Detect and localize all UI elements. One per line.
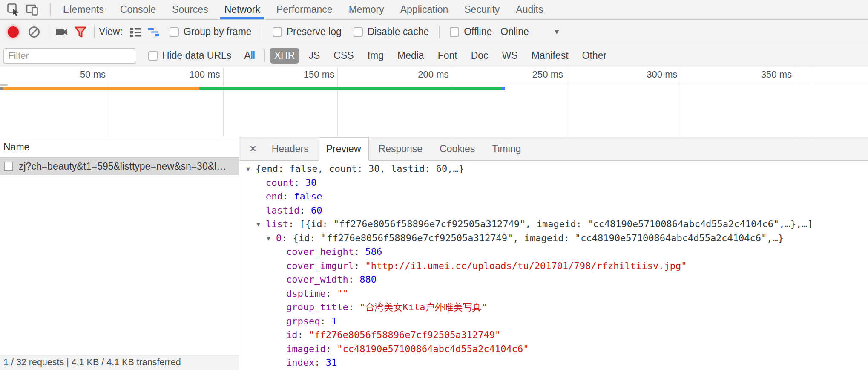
filter-type-xhr[interactable]: XHR <box>270 48 300 64</box>
filter-type-manifest[interactable]: Manifest <box>527 48 573 64</box>
tree-row[interactable]: ▼{end: false, count: 30, lastid: 60,…} <box>239 162 868 176</box>
disclosure-triangle-icon[interactable]: ▼ <box>267 231 276 246</box>
json-text: : <box>326 288 337 299</box>
toolbar-separator <box>50 3 51 16</box>
tree-row[interactable]: ▼id: "ff276e8056f58896e7cf92505a312749" <box>239 328 868 342</box>
json-text: : <box>299 205 311 216</box>
name-column-header[interactable]: Name <box>0 137 239 158</box>
filter-type-font[interactable]: Font <box>433 48 462 64</box>
detail-tab-response[interactable]: Response <box>371 137 430 160</box>
filter-type-all[interactable]: All <box>239 48 260 64</box>
device-toolbar-button[interactable] <box>23 1 42 18</box>
tab-application[interactable]: Application <box>395 0 454 19</box>
chevron-down-icon: ▼ <box>553 28 560 36</box>
json-text: : {id: "ff276e8056f58896e7cf92505a312749… <box>282 233 784 243</box>
json-text: : <box>320 316 331 327</box>
tab-security[interactable]: Security <box>459 0 505 19</box>
throttling-select[interactable]: Online ▼ <box>500 26 560 38</box>
tab-sources[interactable]: Sources <box>167 0 213 19</box>
detail-tab-timing[interactable]: Timing <box>485 137 528 160</box>
request-row[interactable]: zj?ch=beauty&t1=595&listtype=new&sn=30&l… <box>0 158 239 175</box>
devtools-window: ElementsConsoleSourcesNetworkPerformance… <box>0 0 868 370</box>
json-string: "http://i1.umei.cc/uploads/tu/201701/798… <box>365 260 687 271</box>
json-key: lastid <box>266 205 299 216</box>
checkbox-box[interactable] <box>170 27 179 37</box>
tree-row[interactable]: ▼group_title: "台湾美女Kila户外唯美写真" <box>239 301 868 315</box>
group-by-frame-label: Group by frame <box>184 26 252 38</box>
json-text: : <box>298 330 309 340</box>
filter-input[interactable] <box>3 48 136 64</box>
tree-row[interactable]: ▼list: [{id: "ff276e8056f58896e7cf92505a… <box>239 217 868 231</box>
requests-pane: Name zj?ch=beauty&t1=595&listtype=new&sn… <box>0 137 239 370</box>
tree-row[interactable]: ▼dsptime: "" <box>239 287 868 301</box>
tree-row[interactable]: ▼cover_width: 880 <box>239 273 868 287</box>
waterfall-segment-orange <box>3 87 199 90</box>
json-number: 31 <box>326 357 337 368</box>
overview-mini-bar <box>0 84 8 86</box>
detail-tab-preview[interactable]: Preview <box>319 137 369 161</box>
filter-toggle-button[interactable] <box>71 23 90 40</box>
hide-data-urls-checkbox[interactable]: Hide data URLs <box>148 50 231 61</box>
request-checkbox[interactable] <box>4 162 13 171</box>
tree-row[interactable]: ▼0: {id: "ff276e8056f58896e7cf92505a3127… <box>239 231 868 246</box>
tree-row[interactable]: ▼index: 31 <box>239 356 868 370</box>
tree-row[interactable]: ▼lastid: 60 <box>239 204 868 218</box>
tab-elements[interactable]: Elements <box>57 0 109 19</box>
checkbox-box[interactable] <box>450 27 459 37</box>
funnel-filter-icon <box>74 25 87 39</box>
record-button[interactable] <box>8 26 19 38</box>
tree-row[interactable]: ▼grpseq: 1 <box>239 315 868 329</box>
filter-type-doc[interactable]: Doc <box>466 48 493 64</box>
camera-icon <box>54 26 69 38</box>
filter-type-css[interactable]: CSS <box>329 48 358 64</box>
json-key: count <box>266 177 294 188</box>
checkbox-box[interactable] <box>354 27 363 37</box>
preserve-log-checkbox[interactable]: Preserve log <box>273 26 342 38</box>
filter-type-img[interactable]: Img <box>363 48 388 64</box>
detail-tab-cookies[interactable]: Cookies <box>432 137 482 160</box>
tab-audits[interactable]: Audits <box>510 0 549 19</box>
overview-tick: 100 ms <box>109 67 224 137</box>
offline-checkbox[interactable]: Offline <box>450 26 492 38</box>
view-label: View: <box>99 26 123 38</box>
tree-row[interactable]: ▼cover_height: 586 <box>239 245 868 259</box>
json-string: "cc48190e57100864abc4d55a2c4104c6" <box>337 344 529 354</box>
json-text: : <box>354 260 365 271</box>
json-text: : <box>348 302 360 312</box>
screenshot-capture-button[interactable] <box>52 23 71 40</box>
requests-summary-text: 1 / 32 requests | 4.1 KB / 4.1 KB transf… <box>3 357 181 368</box>
disable-cache-checkbox[interactable]: Disable cache <box>354 26 429 38</box>
filter-type-js[interactable]: JS <box>304 48 325 64</box>
view-waterfall-button[interactable] <box>145 23 164 40</box>
tab-memory[interactable]: Memory <box>343 0 390 19</box>
filter-type-other[interactable]: Other <box>578 48 612 64</box>
inspect-element-button[interactable] <box>4 1 23 18</box>
network-filter-bar: Hide data URLs All XHRJSCSSImgMediaFontD… <box>0 44 868 67</box>
tab-console[interactable]: Console <box>115 0 161 19</box>
clear-button[interactable] <box>25 23 43 40</box>
tab-network[interactable]: Network <box>219 0 266 19</box>
disable-cache-label: Disable cache <box>368 26 429 38</box>
overview-tick: 50 ms <box>0 67 109 137</box>
filter-type-ws[interactable]: WS <box>497 48 523 64</box>
json-text: : <box>326 344 337 354</box>
checkbox-box[interactable] <box>148 51 158 61</box>
disclosure-triangle-icon[interactable]: ▼ <box>246 162 256 176</box>
close-details-button[interactable]: × <box>243 137 263 160</box>
disclosure-triangle-icon[interactable]: ▼ <box>256 217 266 231</box>
tree-row[interactable]: ▼end: false <box>239 190 868 204</box>
json-text: {end: false, count: 30, lastid: 60,…} <box>256 163 464 174</box>
detail-tab-headers[interactable]: Headers <box>264 137 316 160</box>
json-key: imageid <box>286 344 326 354</box>
tree-row[interactable]: ▼count: 30 <box>239 176 868 190</box>
tree-row[interactable]: ▼imageid: "cc48190e57100864abc4d55a2c410… <box>239 342 868 356</box>
network-overview[interactable]: 50 ms100 ms150 ms200 ms250 ms300 ms350 m… <box>0 67 868 137</box>
tree-row[interactable]: ▼cover_imgurl: "http://i1.umei.cc/upload… <box>239 259 868 273</box>
group-by-frame-checkbox[interactable]: Group by frame <box>170 26 252 38</box>
json-key: list <box>266 219 288 229</box>
tab-performance[interactable]: Performance <box>271 0 338 19</box>
view-list-button[interactable] <box>126 23 145 40</box>
filter-type-media[interactable]: Media <box>393 48 429 64</box>
checkbox-box[interactable] <box>273 27 282 37</box>
requests-list: zj?ch=beauty&t1=595&listtype=new&sn=30&l… <box>0 158 239 355</box>
